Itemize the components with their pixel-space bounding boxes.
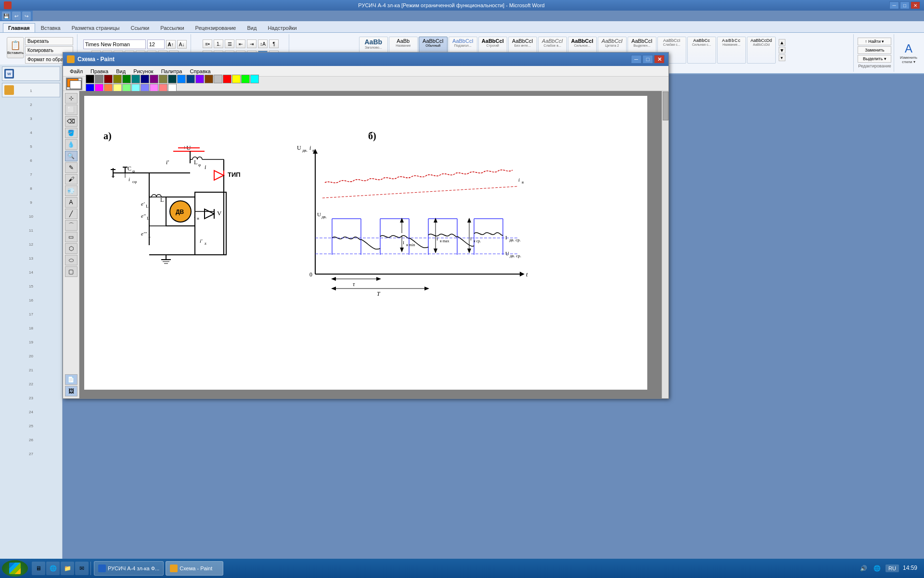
color-silver[interactable] [214, 75, 222, 83]
color-lime[interactable] [241, 75, 250, 83]
tab-recenzir[interactable]: Рецензирование [190, 23, 242, 32]
tool-polygon[interactable]: ⬡ [65, 243, 77, 254]
paint-menu-help[interactable]: Справка [186, 67, 215, 75]
tool-magnify[interactable]: 🔍 [65, 151, 77, 161]
select-button[interactable]: Выделить ▾ [858, 55, 891, 63]
font-size-input[interactable] [147, 39, 165, 49]
color-dark-blue[interactable] [186, 75, 195, 83]
extra-tool-2[interactable]: 🖼 [65, 386, 77, 396]
replace-button[interactable]: Заменить [858, 46, 891, 54]
tab-ssylki[interactable]: Ссылки [125, 23, 154, 32]
style-aabbccdd[interactable]: AaBbCcDd АаВbCcDd [747, 37, 776, 64]
color-olive-light[interactable] [159, 75, 167, 83]
decrease-font-btn[interactable]: A↓ [177, 40, 187, 49]
tab-nadstr[interactable]: Надстройки [262, 23, 302, 32]
network-icon[interactable]: 🌐 [872, 564, 882, 573]
svg-text:U: U [505, 250, 509, 256]
color-violet[interactable] [195, 75, 204, 83]
tab-vstavka[interactable]: Вставка [36, 23, 66, 32]
color-red[interactable] [223, 75, 231, 83]
color-yellow[interactable] [232, 75, 241, 83]
tab-vid[interactable]: Вид [242, 23, 262, 32]
color-black[interactable] [86, 75, 94, 83]
close-button[interactable]: ✕ [911, 1, 920, 9]
paint-restore-btn[interactable]: □ [642, 55, 653, 64]
color-cyan[interactable] [250, 75, 259, 83]
styles-up-btn[interactable]: ▲ [779, 39, 785, 46]
paint-scrollbar-thumb[interactable] [663, 92, 668, 120]
save-quick-btn[interactable]: 💾 [2, 12, 11, 20]
tool-line[interactable]: ╱ [65, 209, 77, 219]
tab-rassylki[interactable]: Рассылки [155, 23, 189, 32]
svg-marker-94 [400, 248, 404, 252]
restore-button[interactable]: □ [900, 1, 910, 9]
tool-pick-color[interactable]: 💧 [65, 139, 77, 150]
paint-canvas[interactable]: а) +U C φ i' [84, 96, 647, 390]
ql-btn-4[interactable]: ✉ [75, 562, 89, 575]
ql-btn-3[interactable]: 📁 [61, 562, 74, 575]
language-indicator[interactable]: RU [886, 565, 899, 572]
color-olive[interactable] [113, 75, 122, 83]
ql-btn-1[interactable]: 🖥 [32, 562, 45, 575]
paint-minimize-btn[interactable]: ─ [631, 55, 642, 64]
tool-rectangle[interactable]: ▭ [65, 232, 77, 242]
ql-btn-2[interactable]: 🌐 [46, 562, 60, 575]
tool-free-select[interactable]: ⊹ [65, 93, 77, 104]
color-brown[interactable] [205, 75, 213, 83]
tool-round-rect[interactable]: ▢ [65, 266, 77, 277]
color-dark-green[interactable] [122, 75, 131, 83]
styles-down-btn[interactable]: ▼ [779, 47, 785, 53]
tab-razmetka[interactable]: Разметка страницы [66, 23, 125, 32]
tab-glavnaya[interactable]: Главная [3, 23, 35, 32]
sort-btn[interactable]: ↕A [258, 39, 268, 48]
nav-item[interactable]: W [2, 66, 60, 81]
increase-indent-btn[interactable]: ⇥ [247, 39, 257, 48]
bullets-btn[interactable]: ≡• [203, 39, 212, 48]
color-purple[interactable] [150, 75, 158, 83]
find-button[interactable]: ↑ Найти ▾ [858, 38, 891, 45]
paste-button[interactable]: 📋 Вставить [7, 37, 24, 58]
start-button[interactable] [2, 560, 28, 577]
style-strong-s[interactable]: АаВbCc Сильная с... [687, 37, 716, 64]
undo-quick-btn[interactable]: ↩ [12, 12, 21, 20]
tool-airbrush[interactable]: 💨 [65, 185, 77, 196]
color-dark-teal[interactable] [168, 75, 177, 83]
paint-menu-file[interactable]: Файл [66, 67, 87, 75]
tool-brush[interactable]: 🖌 [65, 174, 77, 184]
tool-rect-select[interactable]: ⬜ [65, 105, 77, 115]
paint-menu-palette[interactable]: Палитра [157, 67, 186, 75]
paint-close-btn[interactable]: ✕ [654, 55, 665, 64]
paint-scrollbar-vertical[interactable] [662, 91, 668, 398]
font-name-input[interactable] [83, 39, 146, 49]
color-teal[interactable] [131, 75, 140, 83]
show-marks-btn[interactable]: ¶ [269, 39, 279, 48]
color-dark-gray[interactable] [95, 75, 103, 83]
tool-fill-color[interactable]: 🪣 [65, 128, 77, 138]
color-dark-red[interactable] [104, 75, 113, 83]
decrease-indent-btn[interactable]: ⇤ [236, 39, 245, 48]
taskbar-paint-btn[interactable]: Схема - Paint [166, 561, 223, 576]
paint-menu-edit[interactable]: Правка [87, 67, 112, 75]
tool-ellipse[interactable]: ⬭ [65, 255, 77, 265]
volume-icon[interactable]: 🔊 [859, 564, 868, 573]
paint-menu-image[interactable]: Рисунок [129, 67, 157, 75]
tool-curve[interactable]: ⌒ [65, 220, 77, 231]
change-styles-button[interactable]: A [905, 42, 912, 55]
styles-more-btn[interactable]: ▾ [779, 54, 785, 61]
redo-quick-btn[interactable]: ↪ [22, 12, 31, 20]
cut-button[interactable]: Вырезать [25, 37, 73, 45]
extra-tool-1[interactable]: 📄 [65, 374, 77, 385]
minimize-button[interactable]: ─ [889, 1, 899, 9]
tool-text[interactable]: A [65, 197, 77, 208]
tool-eraser[interactable]: ⌫ [65, 116, 77, 127]
increase-font-btn[interactable]: A↑ [166, 40, 176, 49]
style-name2[interactable]: АаВbCc Название... [717, 37, 746, 64]
numbering-btn[interactable]: 1. [214, 39, 223, 48]
paint-menu-view[interactable]: Вид [112, 67, 129, 75]
color-blue[interactable] [177, 75, 186, 83]
multilevel-btn[interactable]: ☰ [225, 39, 234, 48]
color-navy[interactable] [141, 75, 149, 83]
background-color[interactable] [70, 80, 81, 89]
tool-pencil[interactable]: ✎ [65, 162, 77, 173]
taskbar-word-btn[interactable]: РУСИЧ А-4 зл-ка Ф... [94, 561, 164, 576]
